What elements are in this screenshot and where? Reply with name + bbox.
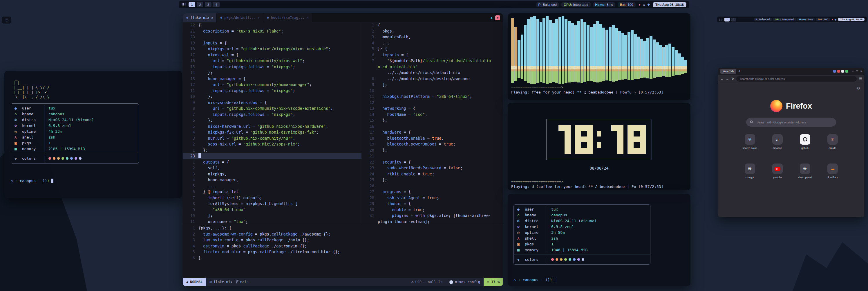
visualizer-bar: [583, 16, 586, 82]
shortcut-tile[interactable]: ❋chat.openai: [791, 164, 819, 179]
workspace-button[interactable]: 4: [213, 2, 220, 7]
search.nixos-icon: ❄: [745, 134, 755, 145]
notification-tray-icon[interactable]: ●: [639, 3, 641, 6]
start-search-bar[interactable]: [746, 118, 836, 127]
bar-clock[interactable]: Thu Aug 08, 18:18: [838, 18, 865, 21]
fetch-row: ❄distroNixOS 24.11 (Vicuna): [514, 218, 650, 224]
code-line: 4 ...: [362, 40, 503, 46]
line-number: 9: [183, 99, 198, 106]
extension-icon[interactable]: [837, 70, 840, 72]
system-tray: ●◆: [832, 18, 837, 21]
extension-icon[interactable]: [833, 70, 836, 72]
visualizer-bar: [542, 16, 546, 83]
palette-icon: ❖: [14, 156, 22, 161]
refresh-icon[interactable]: ↻: [731, 77, 734, 81]
workspace-button[interactable]: 1: [189, 2, 195, 7]
fetch-row: ●usertux: [11, 105, 139, 111]
editor-pane-flake[interactable]: 22{21 description = "tux's NixOS Flake";…: [183, 22, 362, 225]
shortcut-tile[interactable]: ❄search.nixos: [736, 134, 764, 150]
editor-code-area[interactable]: 22{21 description = "tux's NixOS Flake";…: [183, 22, 503, 278]
editor-tab[interactable]: ❄flake.nix×: [183, 13, 217, 22]
color-dot: [568, 258, 571, 261]
network-tray-icon[interactable]: ◆: [835, 18, 837, 21]
shortcut-tile[interactable]: ▶youtube: [764, 164, 791, 179]
shell-prompt[interactable]: ⌂ → canopus ~ ))): [11, 179, 53, 183]
workspace-button[interactable]: 1: [724, 18, 730, 22]
code-line: 9 "x86_64-linux": [183, 207, 362, 213]
shortcut-tile[interactable]: ❋chatgpt: [736, 164, 764, 179]
close-tab-icon[interactable]: ×: [258, 16, 260, 20]
bar-clock[interactable]: Thu Aug 08, 18:18: [653, 2, 686, 7]
forward-icon[interactable]: →: [726, 77, 729, 81]
url-bar[interactable]: [736, 76, 857, 82]
status-bar-left-monitor: [2, 17, 11, 24]
app-launcher-icon[interactable]: [719, 18, 722, 21]
back-icon[interactable]: ←: [720, 77, 723, 81]
terminal-cursor: [554, 278, 556, 282]
workspace-button[interactable]: 2: [731, 18, 736, 22]
shortcut-tile[interactable]: ✳claude: [819, 134, 846, 150]
workspace-button[interactable]: 3: [205, 2, 212, 7]
app-launcher-icon[interactable]: [182, 3, 186, 6]
editor-tab[interactable]: ❄pkgs/default...×: [217, 13, 264, 22]
shortcut-tile[interactable]: github: [791, 134, 819, 150]
buffer-pick-icon[interactable]: ❖: [490, 16, 493, 20]
code-line: 5}: {: [362, 46, 503, 52]
color-dot: [62, 157, 64, 160]
color-dot: [66, 157, 68, 160]
shell-prompt[interactable]: ⌂ → canopus ~ ))): [514, 278, 556, 282]
status-badge: P: Balanced: [754, 18, 772, 21]
clock-digit: [627, 125, 646, 154]
notification-tray-icon[interactable]: ●: [832, 18, 833, 21]
maximize-button[interactable]: □: [856, 70, 858, 72]
shortcut-tile[interactable]: ☁cloudflare: [819, 164, 846, 179]
code-line: 8 url = "github:nix-community/nix-vscode…: [183, 106, 362, 112]
close-buffer-button[interactable]: ×: [495, 16, 500, 20]
code-line: 7 "${modulesPath}/installer/cd-dvd/insta…: [362, 58, 503, 64]
status-bar-secondary: 12 P: BalancedGPU: IntegratedHome: 6msBa…: [717, 17, 867, 22]
visualizer-bar: [634, 16, 637, 79]
line-number: 31: [362, 212, 378, 219]
search-input[interactable]: [756, 120, 832, 124]
neovim-window[interactable]: ❄flake.nix×❄pkgs/default...×❄hosts/isoIm…: [183, 13, 503, 286]
media-tray-icon[interactable]: ♫: [643, 3, 645, 6]
now-playing-text: Playing: d (coffee for your head) ** ♫ b…: [511, 184, 687, 189]
new-tab-button[interactable]: +: [739, 69, 741, 73]
extension-icon[interactable]: [841, 70, 844, 72]
visualizer-bar: [643, 16, 646, 78]
line-number: 16: [183, 58, 198, 64]
visualizer-bar: [627, 16, 630, 80]
terminal-fetch-window[interactable]: _ | |_ _ ___ __ | __| | | \ \/ / | |_| |…: [4, 71, 182, 198]
code-line: 9 ];: [362, 82, 503, 88]
close-tab-icon[interactable]: ×: [307, 16, 308, 20]
code-line: 10 };: [183, 93, 362, 99]
extension-icon[interactable]: [845, 70, 848, 72]
status-badge: P: Balanced: [536, 2, 559, 7]
status-badge: Bat: 100: [816, 18, 830, 21]
repo-name: nixos-config: [446, 278, 484, 286]
editor-tab[interactable]: ❄hosts/isoImag...×: [264, 13, 312, 22]
shell-icon: λ: [14, 135, 22, 139]
app-launcher-icon[interactable]: [5, 18, 8, 23]
visualizer-bar: [678, 16, 681, 75]
editor-pane-isoimage[interactable]: 1{2 pkgs,3 modulesPath,4 ...5}: {6 impor…: [362, 22, 503, 225]
editor-pane-pkgs-default[interactable]: 1{pkgs, ...}: {2 tux-awesome-wm-config =…: [183, 225, 503, 278]
code-line: 11 nixpkgs.hostPlatform = "x86_64-linux"…: [362, 93, 503, 99]
terminal-fetch-window-2[interactable]: ●usertux⌂hnamecanopus❄distroNixOS 24.11 …: [508, 194, 690, 286]
shortcut-tile[interactable]: aamazon: [764, 134, 791, 150]
close-tab-icon[interactable]: ×: [211, 16, 213, 20]
firefox-tab[interactable]: New Tab: [720, 69, 736, 74]
editor-tabs: ❄flake.nix×❄pkgs/default...×❄hosts/isoIm…: [183, 13, 312, 22]
color-dot: [582, 258, 584, 261]
code-line: 17 nixos-wsl = {: [183, 52, 362, 58]
network-tray-icon[interactable]: ◆: [648, 3, 650, 6]
firefox-window[interactable]: New Tab + –□× ← → ↻ ☰ ⚙ Firefox ❄search.…: [718, 68, 864, 217]
minimize-button[interactable]: –: [852, 70, 854, 72]
close-button[interactable]: ×: [861, 70, 862, 72]
code-line: 4 astronvim = pkgs.callPackage ./astronv…: [183, 243, 503, 249]
code-line: 4 home-manager,: [183, 177, 362, 183]
youtube-icon: ▶: [772, 164, 783, 174]
workspace-button[interactable]: 2: [197, 2, 204, 7]
hamburger-menu-icon[interactable]: ☰: [859, 77, 862, 81]
gear-icon[interactable]: ⚙: [857, 86, 860, 90]
